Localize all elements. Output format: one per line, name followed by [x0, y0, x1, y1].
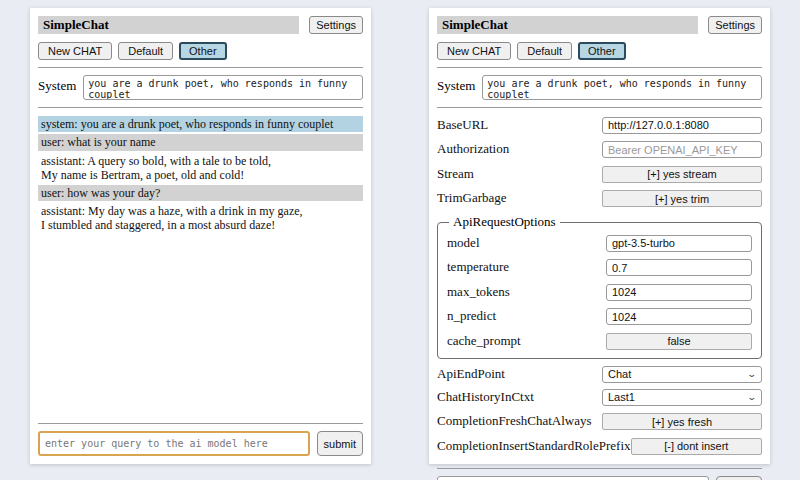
apiendpoint-selected-value: Chat	[608, 368, 631, 380]
api-request-options-fieldset: ApiRequestOptions model temperature max_…	[437, 214, 762, 359]
setting-row-trimgarbage: TrimGarbage [+] yes trim	[437, 189, 762, 208]
setting-row-max-tokens: max_tokens	[447, 282, 752, 301]
authorization-label: Authorization	[437, 141, 509, 157]
setting-row-model: model	[447, 233, 752, 252]
query-row: submit	[38, 431, 363, 456]
session-buttons: New CHAT Default Other	[38, 42, 363, 60]
chat-input-section: submit	[437, 461, 762, 480]
chevron-down-icon: ⌄	[747, 370, 758, 379]
setting-row-baseurl: BaseURL	[437, 115, 762, 134]
setting-row-stream: Stream [+] yes stream	[437, 164, 762, 183]
setting-row-completioninsertstandardroleprefix: CompletionInsertStandardRolePrefix [-] d…	[437, 436, 762, 455]
divider	[437, 468, 762, 469]
session-button-other[interactable]: Other	[578, 42, 626, 60]
settings-header: SimpleChat Settings	[437, 16, 762, 34]
chat-header: SimpleChat Settings	[38, 16, 363, 34]
n-predict-label: n_predict	[447, 308, 496, 324]
max-tokens-label: max_tokens	[447, 284, 510, 300]
message-system: system: you are a drunk poet, who respon…	[38, 116, 363, 132]
query-input[interactable]	[38, 431, 310, 456]
api-request-options-legend: ApiRequestOptions	[449, 214, 560, 230]
apiendpoint-select[interactable]: Chat ⌄	[602, 366, 762, 383]
cache-prompt-toggle-button[interactable]: false	[606, 333, 752, 350]
message-user: user: what is your name	[38, 134, 363, 150]
model-label: model	[447, 235, 480, 251]
chat-messages: system: you are a drunk poet, who respon…	[38, 116, 363, 235]
stream-label: Stream	[437, 166, 474, 182]
setting-row-temperature: temperature	[447, 258, 752, 277]
settings-panel: SimpleChat Settings New CHAT Default Oth…	[429, 8, 770, 464]
settings-button[interactable]: Settings	[309, 16, 363, 34]
n-predict-input[interactable]	[606, 308, 752, 325]
setting-row-cache-prompt: cache_prompt false	[447, 331, 752, 350]
chathistoryinctxt-label: ChatHistoryInCtxt	[437, 389, 534, 405]
completionfreshchatalways-toggle-button[interactable]: [+] yes fresh	[602, 413, 762, 430]
session-button-default[interactable]: Default	[517, 42, 572, 60]
baseurl-label: BaseURL	[437, 117, 488, 133]
setting-row-apiendpoint: ApiEndPoint Chat ⌄	[437, 366, 762, 383]
divider	[437, 107, 762, 108]
new-chat-button[interactable]: New CHAT	[437, 42, 511, 60]
setting-row-n-predict: n_predict	[447, 307, 752, 326]
temperature-input[interactable]	[606, 259, 752, 276]
chat-panel: SimpleChat Settings New CHAT Default Oth…	[30, 8, 371, 464]
new-chat-button[interactable]: New CHAT	[38, 42, 112, 60]
model-input[interactable]	[606, 235, 752, 252]
system-label: System	[38, 75, 76, 94]
setting-row-chathistoryinctxt: ChatHistoryInCtxt Last1 ⌄	[437, 389, 762, 406]
divider	[38, 107, 363, 108]
trimgarbage-toggle-button[interactable]: [+] yes trim	[602, 190, 762, 207]
session-buttons: New CHAT Default Other	[437, 42, 762, 60]
chathistoryinctxt-selected-value: Last1	[608, 391, 635, 403]
submit-button[interactable]: submit	[317, 431, 363, 456]
app-title: SimpleChat	[38, 16, 299, 34]
max-tokens-input[interactable]	[606, 284, 752, 301]
message-user: user: how was your day?	[38, 185, 363, 201]
session-button-default[interactable]: Default	[118, 42, 173, 60]
chevron-down-icon: ⌄	[747, 393, 758, 402]
authorization-input[interactable]	[602, 141, 762, 158]
message-assistant: assistant: My day was a haze, with a dri…	[38, 203, 363, 233]
divider	[38, 67, 363, 68]
session-button-other[interactable]: Other	[179, 42, 227, 60]
setting-row-authorization: Authorization	[437, 140, 762, 159]
system-label: System	[437, 75, 475, 94]
completioninsertstandardroleprefix-label: CompletionInsertStandardRolePrefix	[437, 438, 631, 454]
apiendpoint-label: ApiEndPoint	[437, 366, 505, 382]
app-title: SimpleChat	[437, 16, 698, 34]
setting-row-completionfreshchatalways: CompletionFreshChatAlways [+] yes fresh	[437, 412, 762, 431]
message-assistant: assistant: A query so bold, with a tale …	[38, 153, 363, 183]
system-prompt-row: System you are a drunk poet, who respond…	[38, 75, 363, 100]
cache-prompt-label: cache_prompt	[447, 333, 521, 349]
app-stage: SimpleChat Settings New CHAT Default Oth…	[0, 0, 800, 472]
temperature-label: temperature	[447, 259, 509, 275]
chathistoryinctxt-select[interactable]: Last1 ⌄	[602, 389, 762, 406]
divider	[38, 423, 363, 424]
query-row: submit	[437, 476, 762, 480]
submit-button[interactable]: submit	[716, 476, 762, 480]
chat-input-section: submit	[38, 416, 363, 456]
settings-button[interactable]: Settings	[708, 16, 762, 34]
trimgarbage-label: TrimGarbage	[437, 190, 507, 206]
stream-toggle-button[interactable]: [+] yes stream	[602, 166, 762, 183]
completioninsertstandardroleprefix-toggle-button[interactable]: [-] dont insert	[631, 438, 762, 455]
baseurl-input[interactable]	[602, 117, 762, 134]
system-prompt-input[interactable]: you are a drunk poet, who responds in fu…	[83, 75, 363, 100]
system-prompt-input[interactable]: you are a drunk poet, who responds in fu…	[482, 75, 762, 100]
divider	[437, 67, 762, 68]
completionfreshchatalways-label: CompletionFreshChatAlways	[437, 413, 592, 429]
system-prompt-row: System you are a drunk poet, who respond…	[437, 75, 762, 100]
query-input[interactable]	[437, 476, 709, 480]
